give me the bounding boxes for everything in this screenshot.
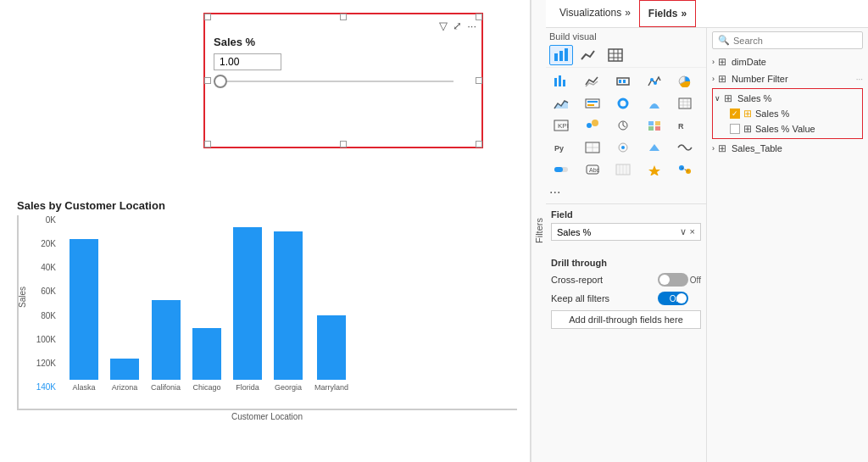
viz-icon-smart-narrative[interactable] [611, 137, 635, 158]
bar-califonia[interactable] [152, 300, 181, 380]
viz-icon-azure-maps[interactable] [643, 159, 666, 180]
field-group-salestable-header[interactable]: › ⊞ Sales_Table [712, 141, 863, 156]
viz-icon-horizontal-bar[interactable] [581, 93, 604, 114]
bar-item-arizona[interactable]: Arizona [110, 359, 139, 392]
slicer-slider-track[interactable] [214, 81, 453, 82]
focus-icon[interactable]: ⤢ [453, 19, 462, 32]
tab-fields[interactable]: Fields » [639, 0, 696, 27]
filters-label: Filters [534, 219, 544, 244]
bar-georgia[interactable] [274, 231, 303, 380]
svg-rect-1 [559, 51, 563, 61]
viz-icon-decomp-tree[interactable] [581, 137, 604, 158]
slicer-slider-thumb[interactable] [214, 75, 227, 88]
cross-report-toggle[interactable] [658, 273, 688, 287]
fields-search-box[interactable]: 🔍 [712, 31, 863, 49]
svg-text:KPI: KPI [558, 122, 569, 130]
dropdown-arrow-icon[interactable]: ∨ [680, 226, 687, 237]
bar-item-florida[interactable]: Florida [233, 227, 262, 392]
viz-icon-stacked-bar[interactable] [549, 71, 573, 92]
y-label-80k: 80K [19, 311, 56, 320]
field-group-numberfilter-header[interactable]: › ⊞ Number Filter ··· [712, 71, 863, 86]
viz-icon-donut[interactable] [611, 93, 635, 114]
viz-icon-shape[interactable] [611, 159, 635, 180]
svg-rect-44 [554, 167, 563, 172]
viz-icon-line-area[interactable] [581, 71, 604, 92]
bar-florida[interactable] [233, 227, 262, 380]
field-checkbox-sales-pct-value[interactable] [730, 124, 740, 134]
field-group-sales-items: ✓ ⊞ Sales % ⊞ Sales % Value [715, 106, 860, 136]
add-drill-through-button[interactable]: Add drill-through fields here [551, 310, 701, 329]
viz-icon-custom-visual[interactable] [673, 159, 697, 180]
more-viz-button[interactable]: ··· [546, 181, 706, 203]
slicer-widget: ▽ ⤢ ··· Sales % 1.00 [203, 13, 483, 148]
viz-icon-waterfall[interactable] [643, 137, 666, 158]
viz-icon-area[interactable] [549, 93, 573, 114]
field-icon-sales-pct: ⊞ [743, 108, 752, 120]
field-item-sales-pct-value[interactable]: ⊞ Sales % Value [728, 121, 860, 136]
bar-item-georgia[interactable]: Georgia [274, 231, 303, 392]
svg-text:R: R [678, 122, 684, 131]
numberfilter-options[interactable]: ··· [856, 75, 863, 84]
tab-visualizations[interactable]: Visualizations » [551, 0, 639, 27]
bar-label-chicago: Chicago [193, 383, 221, 392]
viz-icon-clustered-bar[interactable] [611, 71, 635, 92]
viz-icon-gauge[interactable] [611, 115, 635, 136]
cross-report-state: Off [690, 276, 701, 285]
viz-icon-bubble[interactable] [581, 115, 604, 136]
viz-icon-python-visual[interactable]: Py [549, 137, 573, 158]
bar-item-chicago[interactable]: Chicago [192, 328, 221, 392]
viz-icon-kpi[interactable]: KPI [549, 115, 573, 136]
viz-icon-r-visual[interactable]: R [673, 115, 697, 136]
bar-chicago[interactable] [192, 328, 221, 380]
resize-handle-br[interactable] [476, 141, 482, 148]
field-dropdown[interactable]: Sales % ∨ × [551, 223, 701, 241]
field-clear-icon[interactable]: × [690, 226, 695, 237]
viz-icon-slicer[interactable] [549, 159, 573, 180]
bar-marryland[interactable] [317, 315, 346, 380]
resize-handle-bl[interactable] [204, 141, 211, 148]
svg-rect-17 [587, 101, 598, 103]
field-group-sales-header[interactable]: ∨ ⊞ Sales % [715, 91, 860, 106]
right-panel: Visualizations » Fields » Build visual [546, 0, 868, 462]
resize-handle-tl[interactable] [204, 14, 211, 20]
resize-handle-bm[interactable] [340, 141, 347, 148]
svg-point-42 [621, 146, 625, 149]
fields-search-input[interactable] [733, 36, 857, 46]
viz-icon-linechart[interactable] [576, 45, 600, 65]
viz-icon-matrix[interactable] [673, 93, 697, 114]
bar-item-alaska[interactable]: Alaska [70, 239, 98, 392]
table-icon-sales: ⊞ [724, 92, 732, 104]
viz-icon-treemap[interactable] [643, 115, 666, 136]
viz-icon-funnel[interactable] [643, 93, 666, 114]
more-options-icon[interactable]: ··· [467, 19, 476, 32]
field-value: Sales % [557, 227, 680, 237]
fields-expand-icon[interactable]: » [682, 8, 687, 19]
field-group-dimdate-label: dimDate [732, 57, 766, 67]
bar-item-califonia[interactable]: Califonia [151, 300, 181, 392]
bar-label-marryland: Marryland [314, 383, 348, 392]
resize-handle-tm[interactable] [340, 14, 347, 20]
viz-icon-pie[interactable] [673, 71, 697, 92]
slicer-value[interactable]: 1.00 [214, 53, 281, 70]
bar-item-marryland[interactable]: Marryland [314, 315, 348, 392]
bar-arizona[interactable] [110, 359, 139, 380]
field-checkbox-sales-pct[interactable]: ✓ [730, 109, 740, 119]
filter-icon[interactable]: ▽ [439, 19, 448, 32]
viz-icon-scatter[interactable] [643, 71, 666, 92]
resize-handle-mr[interactable] [476, 77, 482, 84]
filters-sidebar[interactable]: Filters [531, 0, 546, 462]
viz-icon-key-influencer[interactable] [673, 137, 697, 158]
viz-icon-text-box[interactable]: Abc [581, 159, 604, 180]
visualizations-tab-label: Visualizations [559, 7, 621, 19]
slicer-value-input[interactable]: 1.00 [210, 53, 476, 77]
viz-icon-barchart[interactable] [549, 45, 573, 65]
y-label-0k: 0K [19, 215, 56, 225]
viz-icon-table[interactable] [604, 45, 627, 65]
canvas-area: ▽ ⤢ ··· Sales % 1.00 Sales by Customer L… [0, 0, 531, 462]
bar-alaska[interactable] [70, 239, 98, 380]
resize-handle-ml[interactable] [204, 77, 211, 84]
resize-handle-tr[interactable] [476, 14, 482, 20]
field-item-sales-pct[interactable]: ✓ ⊞ Sales % [728, 106, 860, 121]
field-group-dimdate-header[interactable]: › ⊞ dimDate [712, 54, 863, 70]
vis-expand-icon[interactable]: » [625, 7, 631, 19]
